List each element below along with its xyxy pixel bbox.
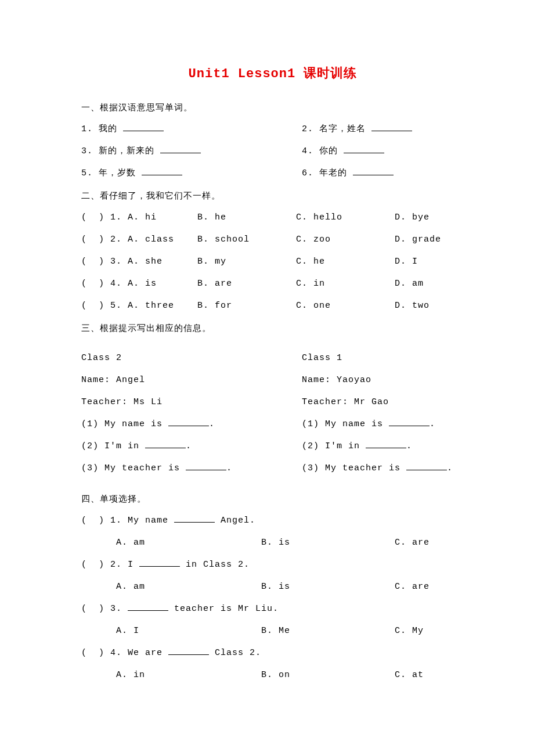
s1-item-4-text: 你的 [319, 146, 338, 156]
s2-row-4: ( ) 4. A. is B. are C. in D. am [81, 277, 464, 291]
s3r-q1: (1) My name is . [302, 417, 464, 431]
s4-q1: ( ) 1. My name Angel. [81, 514, 464, 528]
s2-q5-d: two [412, 301, 430, 311]
s3l-name-val: Angel [116, 375, 145, 385]
s3l-class: Class 2 [81, 351, 302, 365]
s4-q1-options: A. am B. is C. are [116, 536, 464, 550]
s2-q5-a: three [145, 301, 174, 311]
s1-item-1-num: 1. [81, 124, 93, 134]
blank-input[interactable] [139, 558, 180, 567]
s4-q4-num: 4. [110, 648, 122, 658]
s4-q1-post: Angel. [221, 516, 255, 525]
s2-row-5: ( ) 5. A. three B. for C. one D. two [81, 299, 464, 313]
section2-heading: 二、看仔细了，我和它们不一样。 [81, 189, 464, 203]
s2-q2-c: zoo [313, 235, 331, 244]
blank-input[interactable] [145, 440, 186, 448]
blank-input[interactable] [128, 602, 168, 611]
s3r-name: Name: Yaoyao [302, 373, 464, 387]
s2-q2-d: grade [412, 235, 441, 244]
s1-item-6: 6. 年老的 [302, 167, 464, 181]
s1-item-2-num: 2. [302, 124, 313, 134]
s1-item-6-text: 年老的 [319, 168, 347, 178]
page-title: Unit1 Lesson1 课时训练 [81, 64, 464, 84]
s2-q5-b: for [215, 301, 232, 311]
blank-input[interactable] [344, 145, 384, 153]
s2-q5-c: one [313, 301, 331, 311]
blank-input[interactable] [142, 167, 182, 175]
s3r-q1-text: (1) My name is [302, 419, 383, 429]
s4-q2-options: A. am B. is C. are [116, 580, 464, 594]
s3l-teacher-label: Teacher: [81, 397, 128, 407]
s1-item-5-num: 5. [81, 168, 93, 178]
s1-item-6-num: 6. [302, 168, 313, 178]
blank-input[interactable] [160, 145, 201, 153]
s3l-teacher: Teacher: Ms Li [81, 395, 302, 409]
s1-item-2-text: 名字，姓名 [319, 124, 366, 134]
s4-q3-c: My [412, 626, 424, 636]
s4-q3-options: A. I B. Me C. My [116, 624, 464, 638]
s4-q2-a: am [134, 582, 145, 592]
section1-heading: 一、根据汉语意思写单词。 [81, 100, 464, 114]
s1-item-3-num: 3. [81, 146, 93, 156]
s2-q4-a: is [145, 279, 157, 289]
s4-q4: ( ) 4. We are Class 2. [81, 646, 464, 660]
s3l-q1: (1) My name is . [81, 417, 302, 431]
s2-q4-num: 4. [110, 279, 122, 289]
s2-q3-num: 3. [110, 257, 122, 267]
s4-q3-b: Me [279, 626, 290, 636]
s4-q1-a: am [134, 538, 145, 548]
s4-q2-num: 2. [110, 560, 122, 570]
section3-heading: 三、根据提示写出相应的信息。 [81, 321, 464, 335]
s2-q1-num: 1. [110, 213, 122, 222]
s3l-name: Name: Angel [81, 373, 302, 387]
s2-q2-b: school [215, 235, 250, 244]
s1-item-1: 1. 我的 [81, 123, 302, 136]
s4-q3: ( ) 3. teacher is Mr Liu. [81, 602, 464, 616]
s4-q1-num: 1. [110, 516, 122, 525]
blank-input[interactable] [168, 417, 209, 426]
blank-input[interactable] [186, 462, 226, 470]
blank-input[interactable] [389, 417, 430, 426]
s2-q5-num: 5. [110, 301, 122, 311]
s3l-q1-text: (1) My name is [81, 419, 163, 429]
s2-q4-c: in [313, 279, 325, 289]
blank-input[interactable] [371, 123, 412, 131]
s1-item-3-text: 新的，新来的 [99, 146, 154, 156]
s4-q2-post: in Class 2. [186, 560, 250, 570]
s4-q1-pre: My name [128, 516, 168, 525]
s3r-name-val: Yaoyao [337, 375, 371, 385]
s4-q3-post: teacher is Mr Liu. [174, 604, 279, 614]
blank-input[interactable] [123, 123, 164, 131]
s4-q4-options: A. in B. on C. at [116, 668, 464, 682]
s2-row-1: ( ) 1. A. hi B. he C. hello D. bye [81, 211, 464, 225]
s4-q4-pre: We are [128, 648, 163, 658]
s3r-q2-text: (2) I'm in [302, 441, 360, 451]
s4-q1-b: is [279, 538, 290, 548]
blank-input[interactable] [174, 514, 215, 523]
s2-q1-d: bye [412, 213, 430, 222]
s1-item-3: 3. 新的，新来的 [81, 145, 302, 159]
s1-item-4-num: 4. [302, 146, 313, 156]
s2-row-2: ( ) 2. A. class B. school C. zoo D. grad… [81, 233, 464, 247]
blank-input[interactable] [406, 462, 447, 470]
s3l-name-label: Name: [81, 375, 110, 385]
blank-input[interactable] [353, 167, 394, 175]
s2-q1-c: hello [313, 213, 342, 222]
s4-q2: ( ) 2. I in Class 2. [81, 558, 464, 572]
s4-q2-b: is [279, 582, 290, 592]
s3r-name-label: Name: [302, 375, 331, 385]
s3r-q3-text: (3) My teacher is [302, 463, 400, 473]
s1-item-2: 2. 名字，姓名 [302, 123, 464, 136]
s3l-q3: (3) My teacher is . [81, 462, 302, 476]
s3l-q2-text: (2) I'm in [81, 441, 139, 451]
s2-q1-a: hi [145, 213, 157, 222]
s4-q4-a: in [134, 670, 145, 680]
blank-input[interactable] [366, 440, 406, 448]
s4-q4-c: at [412, 670, 424, 680]
s2-q3-a: she [145, 257, 163, 267]
s2-q4-b: are [215, 279, 232, 289]
s4-q2-c: are [412, 582, 430, 592]
s2-q1-b: he [215, 213, 226, 222]
s3l-q2: (2) I'm in . [81, 440, 302, 453]
blank-input[interactable] [168, 646, 209, 655]
